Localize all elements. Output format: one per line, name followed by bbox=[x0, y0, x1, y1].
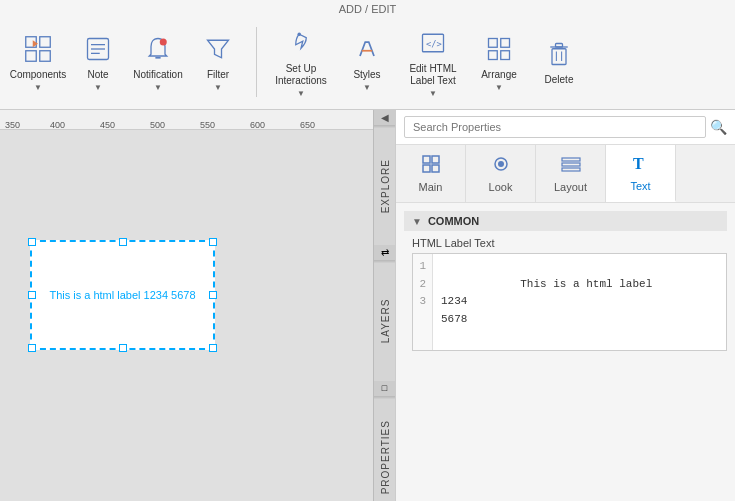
canvas-content[interactable]: This is a html label 1234 5678 bbox=[0, 130, 373, 501]
properties-panel-tab[interactable]: PROPERTIES bbox=[374, 397, 395, 501]
search-input[interactable] bbox=[404, 116, 706, 138]
common-section-label: COMMON bbox=[428, 215, 479, 227]
notification-icon bbox=[142, 33, 174, 65]
code-line-1-text: This is a html label bbox=[520, 278, 652, 290]
property-tabs: Main Look bbox=[396, 145, 735, 203]
code-text-content[interactable]: This is a html label 1234 5678 bbox=[433, 254, 660, 350]
svg-rect-17 bbox=[501, 38, 510, 47]
section-toggle-icon: ▼ bbox=[412, 216, 422, 227]
text-tab-icon: T bbox=[631, 153, 651, 178]
code-line-2-text: 1234 bbox=[441, 295, 467, 307]
prop-content: ▼ COMMON HTML Label Text 1 2 3 This is a… bbox=[396, 203, 735, 501]
edit-html-label-text-label: Edit HTML Label Text bbox=[409, 63, 456, 87]
tab-layout[interactable]: Layout bbox=[536, 145, 606, 202]
styles-tool[interactable]: Styles ▼ bbox=[337, 22, 397, 102]
edit-html-label-text-tool[interactable]: </> Edit HTML Label Text ▼ bbox=[397, 22, 469, 102]
svg-rect-32 bbox=[562, 163, 580, 166]
handle-middle-left[interactable] bbox=[28, 291, 36, 299]
html-label-display-text: This is a html label 1234 5678 bbox=[45, 285, 199, 305]
svg-rect-20 bbox=[552, 49, 566, 65]
delete-icon bbox=[543, 38, 575, 70]
toolbar-section-label: ADD / EDIT bbox=[0, 0, 735, 15]
ruler-mark-500: 500 bbox=[150, 120, 165, 130]
svg-marker-4 bbox=[33, 40, 38, 47]
layers-icon-btn[interactable]: ⇄ bbox=[374, 245, 395, 261]
handle-bottom-middle[interactable] bbox=[119, 344, 127, 352]
ruler-mark-450: 450 bbox=[100, 120, 115, 130]
layers-panel-tab[interactable]: LAYERS bbox=[374, 261, 395, 380]
html-label-text-label: HTML Label Text bbox=[412, 237, 532, 249]
notification-label: Notification bbox=[133, 69, 182, 81]
main-tab-icon bbox=[421, 154, 441, 179]
arrange-label: Arrange bbox=[481, 69, 517, 81]
components-tool[interactable]: Components ▼ bbox=[8, 22, 68, 102]
text-tab-label: Text bbox=[630, 180, 650, 192]
properties-collapse-icon: □ bbox=[382, 383, 387, 393]
components-icon bbox=[22, 33, 54, 65]
svg-rect-28 bbox=[432, 165, 439, 172]
filter-tool[interactable]: Filter ▼ bbox=[188, 22, 248, 102]
actions-section: Set Up Interactions ▼ Styles ▼ bbox=[265, 15, 589, 109]
notification-tool[interactable]: Notification ▼ bbox=[128, 22, 188, 102]
handle-top-left[interactable] bbox=[28, 238, 36, 246]
canvas-area: 350 400 450 500 550 600 650 This is bbox=[0, 110, 373, 501]
set-up-interactions-label: Set Up Interactions bbox=[275, 63, 327, 87]
line-num-3: 3 bbox=[419, 293, 426, 311]
tools-section: Components ▼ Note ▼ bbox=[8, 15, 248, 109]
svg-marker-11 bbox=[208, 40, 229, 58]
svg-rect-27 bbox=[423, 165, 430, 172]
html-label-text-property: HTML Label Text 1 2 3 This is a html lab… bbox=[404, 237, 727, 351]
html-label-text-editor[interactable]: 1 2 3 This is a html label 1234 5678 bbox=[412, 253, 727, 351]
arrange-tool[interactable]: Arrange ▼ bbox=[469, 22, 529, 102]
toolbar-divider bbox=[256, 27, 257, 97]
toolbar: Components ▼ Note ▼ bbox=[0, 15, 735, 110]
svg-point-9 bbox=[160, 38, 167, 45]
ruler-horizontal: 350 400 450 500 550 600 650 bbox=[0, 110, 373, 130]
svg-rect-18 bbox=[489, 50, 498, 59]
delete-label: Delete bbox=[545, 74, 574, 86]
handle-bottom-right[interactable] bbox=[209, 344, 217, 352]
html-label-element[interactable]: This is a html label 1234 5678 bbox=[30, 240, 215, 350]
set-up-interactions-icon bbox=[285, 27, 317, 59]
handle-top-right[interactable] bbox=[209, 238, 217, 246]
main-area: 350 400 450 500 550 600 650 This is bbox=[0, 110, 735, 501]
set-up-interactions-tool[interactable]: Set Up Interactions ▼ bbox=[265, 22, 337, 102]
note-label: Note bbox=[87, 69, 108, 81]
main-tab-label: Main bbox=[419, 181, 443, 193]
side-collapse-btn[interactable]: ◀ bbox=[374, 110, 395, 126]
handle-bottom-left[interactable] bbox=[28, 344, 36, 352]
components-label: Components bbox=[10, 69, 67, 81]
layout-tab-label: Layout bbox=[554, 181, 587, 193]
layers-icon: ⇄ bbox=[381, 247, 389, 258]
look-tab-label: Look bbox=[489, 181, 513, 193]
handle-top-middle[interactable] bbox=[119, 238, 127, 246]
styles-arrow: ▼ bbox=[363, 83, 371, 92]
code-line-3-text: 5678 bbox=[441, 313, 467, 325]
explore-panel-tab[interactable]: EXPLORE bbox=[374, 126, 395, 245]
svg-point-12 bbox=[298, 32, 302, 36]
svg-rect-16 bbox=[489, 38, 498, 47]
tab-main[interactable]: Main bbox=[396, 145, 466, 202]
svg-rect-33 bbox=[562, 168, 580, 171]
ruler-mark-650: 650 bbox=[300, 120, 315, 130]
layout-tab-icon bbox=[561, 154, 581, 179]
search-icon[interactable]: 🔍 bbox=[710, 119, 727, 135]
styles-label: Styles bbox=[353, 69, 380, 81]
svg-text:T: T bbox=[633, 155, 644, 172]
common-section-header[interactable]: ▼ COMMON bbox=[404, 211, 727, 231]
note-icon bbox=[82, 33, 114, 65]
svg-rect-3 bbox=[40, 50, 51, 61]
side-collapse-icon: ◀ bbox=[381, 112, 389, 123]
line-num-1: 1 bbox=[419, 258, 426, 276]
tab-look[interactable]: Look bbox=[466, 145, 536, 202]
svg-rect-1 bbox=[40, 36, 51, 47]
delete-tool[interactable]: Delete bbox=[529, 22, 589, 102]
svg-rect-25 bbox=[423, 156, 430, 163]
line-num-2: 2 bbox=[419, 276, 426, 294]
note-tool[interactable]: Note ▼ bbox=[68, 22, 128, 102]
properties-icon-btn[interactable]: □ bbox=[374, 381, 395, 397]
search-bar: 🔍 bbox=[396, 110, 735, 145]
tab-text[interactable]: T Text bbox=[606, 145, 676, 202]
handle-middle-right[interactable] bbox=[209, 291, 217, 299]
ruler-mark-400: 400 bbox=[50, 120, 65, 130]
